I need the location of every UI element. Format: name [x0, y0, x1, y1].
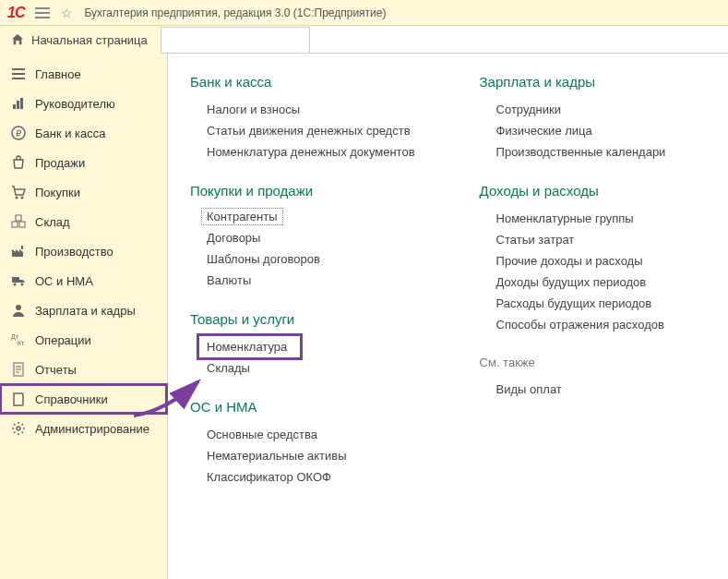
svg-rect-4	[12, 222, 18, 227]
bag-icon	[11, 155, 26, 170]
section-title: Доходы и расходы	[480, 183, 666, 199]
report-icon	[11, 362, 26, 377]
sidebar-item-0[interactable]: Главное	[0, 59, 167, 89]
see-also-section: См. такжеВиды оплат	[480, 356, 666, 400]
link-item[interactable]: Статьи движения денежных средств	[190, 120, 415, 141]
link-item[interactable]: Статьи затрат	[480, 229, 666, 250]
main-panel: Банк и кассаНалоги и взносыСтатьи движен…	[168, 54, 728, 579]
sidebar-item-label: Справочники	[35, 392, 108, 406]
link-item[interactable]: Основные средства	[190, 424, 415, 445]
sidebar-item-9[interactable]: ДтКтОперации	[0, 325, 167, 355]
svg-point-2	[16, 197, 18, 199]
link-item[interactable]: Склады	[190, 357, 415, 379]
link-item[interactable]: Номенклатура	[199, 336, 300, 357]
sidebar-item-1[interactable]: Руководителю	[0, 89, 167, 118]
link-item[interactable]: Шаблоны договоров	[190, 248, 415, 270]
link-item[interactable]: Производственные календари	[480, 141, 666, 163]
sidebar-item-label: ОС и НМА	[35, 274, 93, 288]
link-list: Основные средстваНематериальные активыКл…	[190, 424, 415, 488]
sidebar: ГлавноеРуководителю₽Банк и кассаПродажиП…	[0, 54, 168, 579]
sidebar-item-label: Руководителю	[35, 97, 115, 111]
ruble-icon: ₽	[11, 126, 26, 140]
section: Доходы и расходыНоменклатурные группыСта…	[480, 183, 666, 335]
svg-point-14	[17, 427, 20, 430]
link-list: СотрудникиФизические лицаПроизводственны…	[480, 99, 666, 163]
home-label: Начальная страница	[31, 33, 148, 47]
svg-text:Кт: Кт	[18, 340, 25, 346]
section-title: Покупки и продажи	[190, 183, 415, 199]
sidebar-item-7[interactable]: ОС и НМА	[0, 266, 167, 296]
sidebar-item-label: Покупки	[35, 186, 80, 199]
titlebar: 1C ☆ Бухгалтерия предприятия, редакция 3…	[0, 0, 728, 26]
section: Товары и услугиНоменклатураСклады	[190, 311, 415, 379]
section: Покупки и продажиКонтрагентыДоговорыШабл…	[190, 183, 415, 291]
sidebar-item-label: Операции	[35, 333, 91, 347]
sidebar-item-2[interactable]: ₽Банк и касса	[0, 118, 167, 148]
sidebar-item-11[interactable]: Справочники	[0, 384, 167, 414]
star-icon[interactable]: ☆	[61, 6, 73, 20]
sidebar-item-label: Склад	[35, 215, 70, 229]
link-item[interactable]: Номенклатурные группы	[480, 208, 666, 229]
section-title: Зарплата и кадры	[480, 74, 666, 90]
sidebar-item-6[interactable]: Производство	[0, 236, 167, 266]
sidebar-item-label: Производство	[35, 245, 113, 259]
link-item[interactable]: Договоры	[190, 227, 415, 248]
menu-icon	[11, 66, 26, 81]
chart-icon	[11, 96, 26, 111]
link-item[interactable]: Способы отражения расходов	[480, 314, 666, 335]
factory-icon	[11, 244, 26, 259]
sidebar-item-4[interactable]: Покупки	[0, 177, 167, 207]
link-list: Налоги и взносыСтатьи движения денежных …	[190, 99, 415, 163]
sidebar-item-label: Банк и касса	[35, 127, 106, 140]
sidebar-item-8[interactable]: Зарплата и кадры	[0, 296, 167, 325]
tab-blank[interactable]	[161, 27, 310, 53]
sidebar-item-5[interactable]: Склад	[0, 207, 167, 236]
app-title: Бухгалтерия предприятия, редакция 3.0 (1…	[84, 6, 386, 19]
link-item[interactable]: Расходы будущих периодов	[480, 293, 666, 314]
section: Зарплата и кадрыСотрудникиФизические лиц…	[480, 74, 666, 163]
dtht-icon: ДтКт	[11, 332, 26, 347]
svg-point-8	[14, 283, 17, 286]
link-item[interactable]: Доходы будущих периодов	[480, 271, 666, 293]
svg-point-3	[21, 197, 24, 199]
gear-icon	[11, 421, 26, 436]
link-item[interactable]: Физические лица	[480, 120, 666, 141]
svg-rect-5	[19, 222, 25, 227]
section-title: ОС и НМА	[190, 399, 415, 415]
link-item[interactable]: Классификатор ОКОФ	[190, 466, 415, 488]
sidebar-item-label: Зарплата и кадры	[35, 304, 136, 318]
sidebar-item-label: Отчеты	[35, 363, 77, 377]
link-item[interactable]: Налоги и взносы	[190, 99, 415, 120]
cart-icon	[11, 185, 26, 199]
boxes-icon	[11, 214, 26, 229]
link-list: НоменклатураСклады	[190, 336, 415, 379]
link-item[interactable]: Валюты	[190, 270, 415, 291]
hamburger-icon[interactable]	[35, 7, 50, 18]
top-row: Начальная страница	[0, 26, 728, 54]
sidebar-item-label: Продажи	[35, 156, 85, 170]
sidebar-item-3[interactable]: Продажи	[0, 148, 167, 177]
truck-icon	[11, 273, 26, 288]
section-title: Товары и услуги	[190, 311, 415, 327]
see-also-label: См. также	[480, 356, 666, 369]
sidebar-item-10[interactable]: Отчеты	[0, 355, 167, 384]
person-icon	[11, 303, 26, 318]
link-item[interactable]: Прочие доходы и расходы	[480, 250, 666, 271]
sidebar-item-label: Главное	[35, 67, 81, 81]
link-item[interactable]: Сотрудники	[480, 99, 666, 120]
link-item[interactable]: Контрагенты	[201, 208, 283, 225]
svg-rect-7	[21, 246, 23, 249]
link-item[interactable]: Нематериальные активы	[190, 445, 415, 466]
svg-rect-6	[16, 215, 21, 221]
link-list: Номенклатурные группыСтатьи затратПрочие…	[480, 208, 666, 335]
link-item[interactable]: Номенклатура денежных документов	[190, 141, 415, 163]
home-icon	[11, 33, 24, 46]
tab-strip	[161, 26, 728, 54]
svg-text:₽: ₽	[16, 128, 22, 139]
sidebar-item-12[interactable]: Администрирование	[0, 414, 167, 443]
sidebar-item-label: Администрирование	[35, 422, 149, 436]
book-icon	[11, 392, 26, 406]
logo-1c: 1C	[7, 5, 24, 21]
home-link[interactable]: Начальная страница	[0, 26, 159, 54]
link-item[interactable]: Виды оплат	[480, 379, 666, 400]
